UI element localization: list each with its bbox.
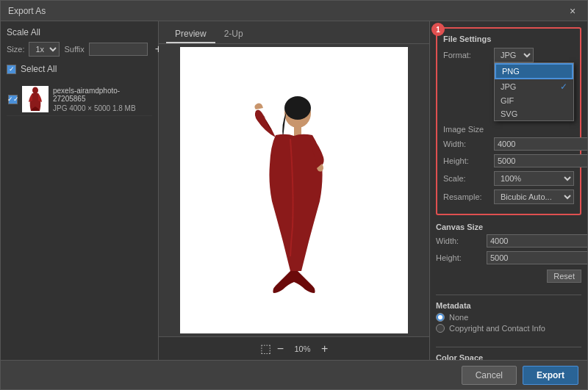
image-size-label: Image Size bbox=[443, 125, 491, 134]
canvas-width-row: Width: px bbox=[436, 234, 581, 248]
size-label: Size: bbox=[7, 45, 24, 54]
bottom-bar: Cancel Export bbox=[1, 360, 587, 389]
dropdown-svg-option[interactable]: SVG bbox=[495, 107, 573, 120]
close-button[interactable]: × bbox=[565, 4, 580, 18]
select-all-row: Select All bbox=[7, 61, 152, 77]
center-panel: Preview 2-Up bbox=[159, 21, 429, 360]
image-info-button[interactable]: ⬚ bbox=[260, 342, 271, 355]
cancel-button[interactable]: Cancel bbox=[462, 366, 517, 385]
radio-none-row: None bbox=[436, 313, 581, 322]
metadata-section: Metadata None Copyright and Contact Info bbox=[436, 301, 581, 335]
canvas-section: Canvas Size Width: px Height: px Reset bbox=[436, 223, 581, 283]
zoom-in-button[interactable]: + bbox=[321, 342, 328, 355]
resample-row: Resample: Bicubic Auto... bbox=[443, 189, 574, 204]
height-input[interactable] bbox=[494, 154, 587, 167]
radio-copyright-row: Copyright and Contact Info bbox=[436, 324, 581, 333]
color-space-section: Color Space Convert to sRGB Embed Color … bbox=[436, 353, 581, 360]
image-size-row: Image Size bbox=[443, 125, 574, 134]
width-row: Width: px bbox=[443, 137, 574, 151]
svg-point-1 bbox=[32, 87, 38, 94]
select-all-checkbox[interactable] bbox=[7, 65, 16, 74]
file-name: pexels-airamdphoto-27205865 bbox=[53, 87, 151, 103]
divider-2 bbox=[436, 347, 581, 347]
suffix-input[interactable] bbox=[89, 43, 148, 56]
file-list: ✓ pexels-airamd bbox=[7, 83, 152, 354]
preview-tabs: Preview 2-Up bbox=[159, 21, 429, 44]
dropdown-gif-option[interactable]: GIF bbox=[495, 94, 573, 107]
reset-row: Reset bbox=[436, 268, 581, 283]
preview-svg bbox=[220, 80, 368, 300]
scale-all-label: Scale All bbox=[7, 27, 152, 37]
height-label: Height: bbox=[443, 156, 491, 165]
preview-area bbox=[159, 44, 429, 336]
zoom-out-button[interactable]: − bbox=[277, 342, 284, 355]
canvas-size-label: Canvas Size bbox=[436, 223, 581, 231]
left-panel: Scale All Size: 1x 2x 3x Suffix + Select… bbox=[1, 21, 159, 360]
preview-toolbar: ⬚ − 10% + bbox=[159, 336, 429, 360]
resample-label: Resample: bbox=[443, 192, 491, 201]
format-dropdown-container: JPG PNG GIF SVG PNG JPG ✓ bbox=[494, 48, 574, 62]
scale-row: Scale: 100% 50% 200% bbox=[443, 171, 574, 186]
tab-2up[interactable]: 2-Up bbox=[215, 26, 252, 43]
file-settings-section: 1 File Settings Format: JPG PNG GIF SVG bbox=[436, 27, 581, 215]
dialog-title: Export As bbox=[8, 6, 46, 16]
file-format: JPG 4000 × 5000 1.8 MB bbox=[53, 104, 151, 112]
dropdown-jpg-option[interactable]: JPG ✓ bbox=[495, 79, 573, 94]
file-checkbox[interactable]: ✓ bbox=[8, 95, 18, 104]
divider-1 bbox=[436, 295, 581, 295]
radio-none[interactable] bbox=[436, 313, 445, 322]
tab-preview[interactable]: Preview bbox=[166, 26, 215, 43]
format-label: Format: bbox=[443, 51, 491, 59]
dropdown-png-option[interactable]: PNG bbox=[495, 63, 573, 79]
radio-copyright[interactable] bbox=[436, 324, 445, 333]
canvas-height-label: Height: bbox=[436, 253, 484, 262]
reset-button[interactable]: Reset bbox=[547, 270, 581, 283]
list-item[interactable]: ✓ pexels-airamd bbox=[7, 83, 152, 116]
radio-copyright-label: Copyright and Contact Info bbox=[449, 324, 545, 333]
preview-image bbox=[180, 47, 408, 333]
format-row: Format: JPG PNG GIF SVG PNG bbox=[443, 48, 574, 62]
thumbnail-image bbox=[22, 86, 49, 112]
file-thumbnail bbox=[22, 86, 49, 112]
zoom-level: 10% bbox=[290, 344, 315, 353]
title-bar: Export As × bbox=[1, 1, 587, 21]
size-suffix-row: Size: 1x 2x 3x Suffix + bbox=[7, 42, 152, 57]
scale-select[interactable]: 100% 50% 200% bbox=[494, 171, 574, 186]
color-space-label: Color Space bbox=[436, 353, 581, 360]
radio-none-label: None bbox=[449, 313, 468, 322]
badge-1: 1 bbox=[431, 23, 445, 36]
svg-point-4 bbox=[284, 96, 311, 120]
export-dialog: Export As × Scale All Size: 1x 2x 3x Suf… bbox=[0, 0, 588, 390]
main-content: Scale All Size: 1x 2x 3x Suffix + Select… bbox=[1, 21, 587, 360]
width-input[interactable] bbox=[494, 137, 587, 151]
metadata-label: Metadata bbox=[436, 301, 581, 310]
format-dropdown-open: PNG JPG ✓ GIF SVG bbox=[494, 62, 574, 121]
canvas-width-label: Width: bbox=[436, 236, 484, 245]
file-info: pexels-airamdphoto-27205865 JPG 4000 × 5… bbox=[53, 87, 151, 112]
canvas-height-input[interactable] bbox=[487, 251, 587, 264]
export-button[interactable]: Export bbox=[523, 366, 578, 385]
file-settings-label: File Settings bbox=[443, 35, 574, 43]
height-row: Height: px bbox=[443, 154, 574, 167]
suffix-label: Suffix bbox=[64, 45, 84, 54]
width-label: Width: bbox=[443, 140, 491, 148]
select-all-label: Select All bbox=[21, 64, 57, 74]
format-select[interactable]: JPG PNG GIF SVG bbox=[494, 48, 534, 62]
scale-label: Scale: bbox=[443, 174, 491, 183]
size-select[interactable]: 1x 2x 3x bbox=[29, 42, 60, 57]
canvas-width-input[interactable] bbox=[487, 234, 587, 248]
right-panel: 1 File Settings Format: JPG PNG GIF SVG bbox=[429, 21, 587, 360]
canvas-height-row: Height: px bbox=[436, 251, 581, 264]
resample-select[interactable]: Bicubic Auto... bbox=[494, 189, 574, 204]
